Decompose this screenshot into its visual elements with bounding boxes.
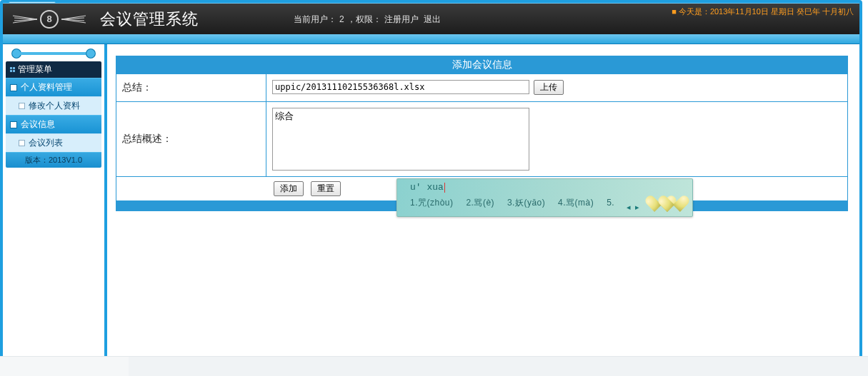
sidebar-item-edit-profile[interactable]: 修改个人资料 [6, 96, 101, 115]
page-icon [10, 121, 17, 128]
ime-candidate[interactable]: 2.骂(è) [466, 198, 494, 208]
heart-icon [664, 189, 683, 206]
sidebar: 管理菜单 个人资料管理 修改个人资料 会议信息 会议列表 版本：2013V1.0 [3, 44, 104, 357]
wing-left-icon [11, 14, 37, 24]
ime-candidates[interactable]: 1.咒(zhòu) 2.骂(è) 3.妖(yāo) 4.骂(mà) 5. [410, 197, 642, 209]
user-role: 注册用户 [384, 14, 419, 24]
label-summary: 总结： [116, 74, 266, 101]
ime-candidate[interactable]: 1.咒(zhòu) [410, 198, 454, 208]
summary-input[interactable] [272, 80, 529, 94]
sidebar-item-label: 会议列表 [29, 137, 63, 149]
ime-candidate[interactable]: 5. [607, 198, 614, 208]
file-icon [19, 103, 25, 109]
sidebar-item-meeting-list[interactable]: 会议列表 [6, 133, 101, 152]
sidebar-title: 管理菜单 [6, 61, 101, 78]
caret-icon [444, 183, 445, 193]
logo-badge: 8 [40, 10, 59, 29]
sidebar-version: 版本：2013V1.0 [6, 152, 101, 168]
grid-icon [10, 67, 15, 72]
form-row-overview: 总结概述： 综合 [116, 101, 847, 176]
sidebar-connector-icon [11, 49, 96, 59]
logo: 8 [3, 10, 87, 29]
ime-pager[interactable]: ◂ ▸ [627, 203, 639, 212]
overview-textarea[interactable]: 综合 [272, 108, 529, 171]
main-area: 添加会议信息 总结： 上传 总结概述： 综合 添加 重置 [107, 44, 859, 357]
ime-composition: u' xua [410, 182, 642, 193]
logout-link[interactable]: 退出 [424, 14, 441, 24]
ime-next-icon[interactable]: ▸ [635, 203, 639, 212]
ime-candidate[interactable]: 4.骂(mà) [558, 198, 594, 208]
system-title: 会议管理系统 [100, 9, 199, 30]
user-sep: ，权限： [347, 14, 381, 24]
user-prefix: 当前用户： [294, 14, 336, 24]
app-shell: COMPANY 8 会议管理系统 当前用户：2，权限：注册用户 退出 ■今天是：… [0, 0, 862, 360]
file-icon [19, 140, 25, 146]
upload-button[interactable]: 上传 [534, 80, 564, 95]
sidebar-section-meeting[interactable]: 会议信息 [6, 115, 101, 133]
page-icon [10, 84, 17, 91]
ime-prev-icon[interactable]: ◂ [627, 203, 631, 212]
panel-title: 添加会议信息 [116, 56, 847, 73]
sidebar-title-text: 管理菜单 [18, 63, 52, 76]
sub-strip [3, 34, 859, 44]
sidebar-item-label: 修改个人资料 [29, 100, 80, 112]
sidebar-section-label: 个人资料管理 [21, 81, 72, 93]
date-text: 今天是：2013年11月10日 星期日 癸巳年 十月初八 [679, 7, 854, 16]
username: 2 [339, 14, 344, 24]
date-bar: ■今天是：2013年11月10日 星期日 癸巳年 十月初八 [672, 6, 854, 16]
ime-candidate-window[interactable]: u' xua 1.咒(zhòu) 2.骂(è) 3.妖(yāo) 4.骂(mà)… [396, 178, 693, 217]
ime-decoration [642, 179, 692, 216]
user-info: 当前用户：2，权限：注册用户 退出 [292, 14, 442, 26]
status-bar [0, 356, 868, 376]
wing-right-icon [61, 14, 87, 24]
form-row-summary: 总结： 上传 [116, 73, 847, 101]
top-bar: 8 会议管理系统 当前用户：2，权限：注册用户 退出 ■今天是：2013年11月… [3, 3, 859, 34]
layout: 管理菜单 个人资料管理 修改个人资料 会议信息 会议列表 版本：2013V1.0 [3, 44, 859, 357]
sidebar-section-profile[interactable]: 个人资料管理 [6, 78, 101, 96]
sidebar-section-label: 会议信息 [21, 118, 55, 131]
reset-button[interactable]: 重置 [311, 181, 341, 196]
label-overview: 总结概述： [116, 102, 266, 176]
submit-button[interactable]: 添加 [274, 181, 304, 196]
ime-candidate[interactable]: 3.妖(yāo) [507, 198, 545, 208]
bullet-icon: ■ [672, 7, 677, 16]
